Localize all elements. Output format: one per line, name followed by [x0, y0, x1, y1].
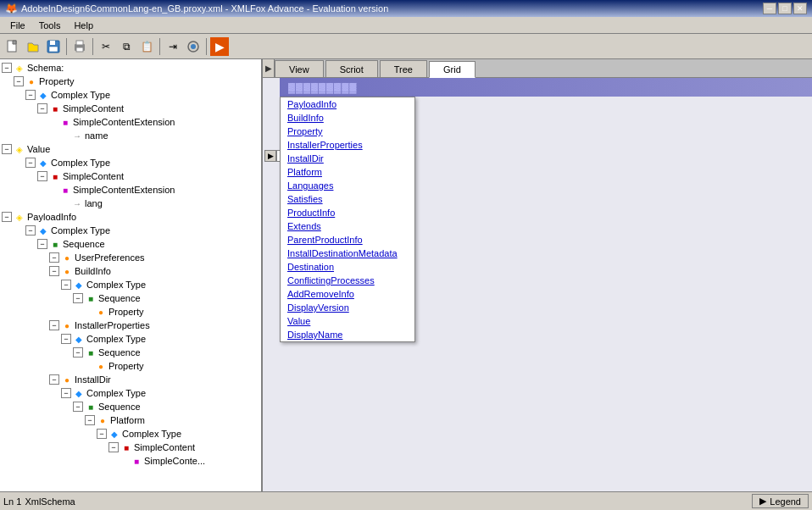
expander-sequence1[interactable]: − — [37, 239, 47, 249]
tree-node-payloadinfo[interactable]: − ◈ PayloadInfo — [0, 210, 261, 224]
tree-node-userprefs[interactable]: − ● UserPreferences — [0, 251, 261, 264]
purple-banner: ▓▓▓▓▓▓▓▓▓ — [280, 78, 812, 97]
expander-complextype2[interactable]: − — [25, 158, 36, 168]
expander-complextype7[interactable]: − — [97, 429, 107, 439]
expander-sequence4[interactable]: − — [73, 402, 83, 412]
expander-value[interactable]: − — [2, 144, 12, 154]
dropdown-item-10[interactable]: ParentProductInfo — [281, 233, 414, 247]
toolbar-outdent[interactable] — [184, 37, 203, 56]
dropdown-item-8[interactable]: ProductInfo — [281, 206, 414, 219]
toolbar-open[interactable] — [24, 37, 42, 56]
tree-node-installdir[interactable]: − ● InstallDir — [0, 373, 261, 386]
expander-platform[interactable]: − — [85, 415, 95, 425]
tab-grid[interactable]: Grid — [429, 61, 476, 78]
expander-complextype5[interactable]: − — [61, 334, 71, 344]
tree-node-complextype2[interactable]: − ◆ Complex Type — [0, 156, 261, 169]
toolbar-copy[interactable]: ⧉ — [117, 37, 136, 56]
expander-installerprops[interactable]: − — [49, 320, 59, 330]
expander-payloadinfo[interactable]: − — [2, 212, 12, 222]
menu-tools[interactable]: Tools — [32, 19, 68, 32]
dropdown-item-17[interactable]: DisplayName — [281, 328, 414, 341]
dropdown-item-11[interactable]: InstallDestinationMetadata — [281, 247, 414, 260]
expander-buildinfo[interactable]: − — [49, 266, 59, 276]
dropdown-item-12[interactable]: Destination — [281, 260, 414, 274]
tab-view[interactable]: View — [275, 60, 324, 77]
expander-sequence2[interactable]: − — [73, 293, 83, 303]
tree-node-complextype3[interactable]: − ◆ Complex Type — [0, 224, 261, 237]
tree-node-simplecontentextension3[interactable]: ■ SimpleConte... — [0, 454, 261, 468]
tree-node-simplecontent3[interactable]: − ■ SimpleContent — [0, 441, 261, 454]
dropdown-item-14[interactable]: AddRemoveInfo — [281, 287, 414, 301]
tab-script[interactable]: Scriot — [325, 60, 378, 77]
tab-tree[interactable]: Tree — [380, 60, 427, 77]
tree-node-simplecontentextension2[interactable]: ■ SimpleContentExtension — [0, 183, 261, 197]
tree-node-installerprops[interactable]: − ● InstallerProperties — [0, 319, 261, 332]
tree-node-buildinfo[interactable]: − ● BuildInfo — [0, 264, 261, 278]
expander-complextype1[interactable]: − — [25, 90, 36, 100]
expander-installdir[interactable]: − — [49, 374, 59, 385]
tree-node-simplecontent2[interactable]: − ■ SimpleContent — [0, 169, 261, 183]
tree-node-simplecontentextension1[interactable]: ■ SimpleContentExtension — [0, 115, 261, 129]
tree-node-sequence1[interactable]: − ■ Sequence — [0, 237, 261, 251]
dropdown-item-9[interactable]: Extends — [281, 219, 414, 233]
dropdown-item-2[interactable]: Property — [281, 125, 414, 138]
expander-complextype4[interactable]: − — [61, 280, 71, 290]
minimize-button[interactable]: ─ — [763, 3, 776, 14]
legend-button[interactable]: ▶ Legend — [752, 494, 809, 508]
expander-simplecontent3[interactable]: − — [108, 442, 119, 452]
tree-node-sequence4[interactable]: − ■ Sequence — [0, 400, 261, 413]
expander-schema[interactable]: − — [2, 63, 12, 73]
tree-node-property2[interactable]: ● Property — [0, 305, 261, 319]
tree-node-complextype7[interactable]: − ◆ Complex Type — [0, 427, 261, 441]
tree-node-simplecontent1[interactable]: − ■ SimpleContent — [0, 102, 261, 115]
tree-node-lang[interactable]: → lang — [0, 197, 261, 210]
maximize-button[interactable]: □ — [778, 3, 792, 14]
toolbar-indent[interactable]: ⇥ — [164, 37, 182, 56]
label-userprefs: UserPreferences — [75, 252, 145, 263]
toolbar-paste[interactable]: 📋 — [137, 37, 156, 56]
tree-view[interactable]: − ◈ Schema: − ● Property − ◆ Complex Typ… — [0, 59, 261, 491]
menu-help[interactable]: Help — [67, 19, 100, 32]
tree-node-complextype6[interactable]: − ◆ Complex Type — [0, 386, 261, 400]
svg-rect-3 — [49, 47, 58, 52]
menu-file[interactable]: File — [3, 19, 32, 32]
toolbar-save[interactable] — [44, 37, 63, 56]
icon-complextype2: ◆ — [37, 157, 49, 169]
toolbar-print[interactable] — [70, 37, 89, 56]
right-expand-arrow[interactable]: ▶ — [264, 150, 276, 162]
dropdown-item-7[interactable]: Satisfies — [281, 192, 414, 206]
tree-node-property3[interactable]: ● Property — [0, 359, 261, 373]
tree-node-sequence3[interactable]: − ■ Sequence — [0, 346, 261, 359]
expander-userprefs[interactable]: − — [49, 252, 59, 263]
expander-simplecontent1[interactable]: − — [37, 103, 47, 114]
tree-node-value[interactable]: − ◈ Value — [0, 142, 261, 156]
dropdown-item-3[interactable]: InstallerProperties — [281, 138, 414, 152]
close-button[interactable]: ✕ — [793, 3, 807, 14]
tree-node-schema[interactable]: − ◈ Schema: — [0, 61, 261, 75]
toolbar-cut[interactable]: ✂ — [97, 37, 115, 56]
dropdown-item-6[interactable]: Languages — [281, 179, 414, 192]
dropdown-item-15[interactable]: DisplayVersion — [281, 301, 414, 314]
toolbar-go[interactable]: ▶ — [210, 37, 229, 56]
toolbar-new[interactable] — [3, 37, 22, 56]
tree-node-name1[interactable]: → name — [0, 129, 261, 142]
dropdown-item-5[interactable]: Platform — [281, 165, 414, 179]
expander-sequence3[interactable]: − — [73, 347, 83, 358]
dropdown-item-4[interactable]: InstallDir — [281, 152, 414, 165]
tree-node-sequence2[interactable]: − ■ Sequence — [0, 291, 261, 305]
tree-node-property1[interactable]: − ● Property — [0, 75, 261, 88]
expander-property1[interactable]: − — [14, 76, 24, 86]
title-bar-controls: ─ □ ✕ — [763, 3, 807, 14]
tree-node-platform[interactable]: − ● Platform — [0, 413, 261, 427]
expander-simplecontent2[interactable]: − — [37, 171, 47, 181]
dropdown-item-1[interactable]: BuildInfo — [281, 111, 414, 125]
tree-node-complextype5[interactable]: − ◆ Complex Type — [0, 332, 261, 346]
tree-node-complextype1[interactable]: − ◆ Complex Type — [0, 88, 261, 102]
tree-node-complextype4[interactable]: − ◆ Complex Type — [0, 278, 261, 291]
dropdown-item-16[interactable]: Value — [281, 314, 414, 328]
expander-complextype6[interactable]: − — [61, 388, 71, 398]
dropdown-item-0[interactable]: PayloadInfo — [281, 97, 414, 111]
dropdown-item-13[interactable]: ConflictingProcesses — [281, 274, 414, 287]
tab-left-arrow[interactable]: ▶ — [263, 59, 275, 77]
expander-complextype3[interactable]: − — [25, 225, 36, 236]
